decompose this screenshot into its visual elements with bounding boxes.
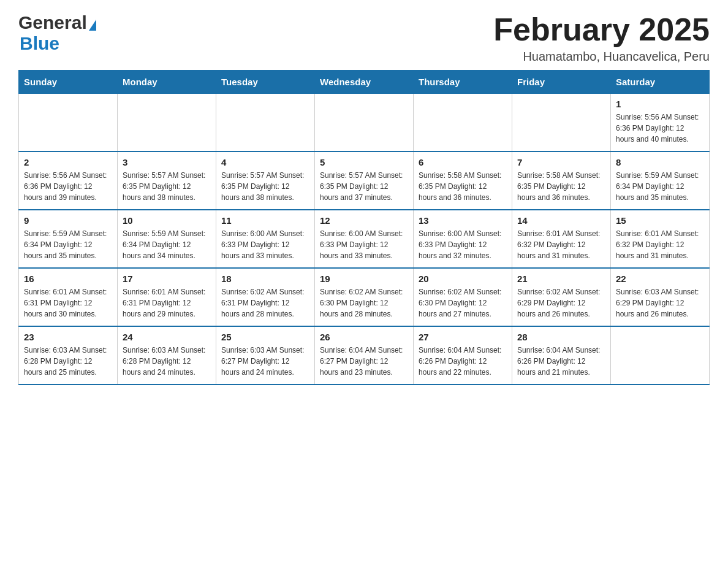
day-info: Sunrise: 6:02 AM Sunset: 6:29 PM Dayligh… xyxy=(517,286,605,320)
calendar-title-area: February 2025 Huamatambo, Huancavelica, … xyxy=(493,12,710,64)
day-number: 25 xyxy=(221,332,309,342)
day-number: 11 xyxy=(221,215,309,226)
month-title: February 2025 xyxy=(493,12,710,47)
day-info: Sunrise: 6:00 AM Sunset: 6:33 PM Dayligh… xyxy=(320,228,408,261)
calendar-cell: 1Sunrise: 5:56 AM Sunset: 6:36 PM Daylig… xyxy=(611,94,710,152)
calendar-cell: 24Sunrise: 6:03 AM Sunset: 6:28 PM Dayli… xyxy=(118,326,216,385)
day-number: 8 xyxy=(616,157,704,167)
calendar-cell: 12Sunrise: 6:00 AM Sunset: 6:33 PM Dayli… xyxy=(315,210,414,268)
day-info: Sunrise: 6:04 AM Sunset: 6:26 PM Dayligh… xyxy=(517,345,605,378)
day-info: Sunrise: 6:01 AM Sunset: 6:32 PM Dayligh… xyxy=(616,228,704,261)
calendar-week-row: 23Sunrise: 6:03 AM Sunset: 6:28 PM Dayli… xyxy=(19,326,710,385)
calendar-cell xyxy=(315,94,414,152)
calendar-cell: 9Sunrise: 5:59 AM Sunset: 6:34 PM Daylig… xyxy=(19,210,118,268)
day-number: 21 xyxy=(517,274,605,284)
header-saturday: Saturday xyxy=(611,71,710,94)
calendar-cell: 19Sunrise: 6:02 AM Sunset: 6:30 PM Dayli… xyxy=(315,268,414,326)
calendar-cell xyxy=(414,94,512,152)
day-number: 16 xyxy=(24,274,112,284)
day-info: Sunrise: 6:03 AM Sunset: 6:28 PM Dayligh… xyxy=(123,345,211,378)
day-number: 20 xyxy=(419,274,507,284)
day-number: 6 xyxy=(419,157,507,167)
calendar-cell: 21Sunrise: 6:02 AM Sunset: 6:29 PM Dayli… xyxy=(512,268,611,326)
day-number: 13 xyxy=(419,215,507,226)
day-number: 14 xyxy=(517,215,605,226)
day-number: 12 xyxy=(320,215,408,226)
calendar-cell: 23Sunrise: 6:03 AM Sunset: 6:28 PM Dayli… xyxy=(19,326,118,385)
day-number: 5 xyxy=(320,157,408,167)
calendar-cell: 3Sunrise: 5:57 AM Sunset: 6:35 PM Daylig… xyxy=(118,151,216,210)
calendar-cell: 10Sunrise: 5:59 AM Sunset: 6:34 PM Dayli… xyxy=(118,210,216,268)
day-number: 2 xyxy=(24,157,112,167)
day-info: Sunrise: 6:04 AM Sunset: 6:27 PM Dayligh… xyxy=(320,345,408,378)
calendar-cell: 8Sunrise: 5:59 AM Sunset: 6:34 PM Daylig… xyxy=(611,151,710,210)
calendar-cell: 6Sunrise: 5:58 AM Sunset: 6:35 PM Daylig… xyxy=(414,151,512,210)
day-info: Sunrise: 5:57 AM Sunset: 6:35 PM Dayligh… xyxy=(123,170,211,203)
logo-blue-text: Blue xyxy=(20,33,59,53)
header-friday: Friday xyxy=(512,71,611,94)
header-wednesday: Wednesday xyxy=(315,71,414,94)
logo-triangle-icon xyxy=(89,20,96,31)
calendar-cell xyxy=(19,94,118,152)
day-info: Sunrise: 6:03 AM Sunset: 6:29 PM Dayligh… xyxy=(616,286,704,320)
day-info: Sunrise: 5:59 AM Sunset: 6:34 PM Dayligh… xyxy=(123,228,211,261)
day-number: 27 xyxy=(419,332,507,342)
calendar-cell xyxy=(118,94,216,152)
day-info: Sunrise: 6:02 AM Sunset: 6:31 PM Dayligh… xyxy=(221,286,309,320)
calendar-cell: 4Sunrise: 5:57 AM Sunset: 6:35 PM Daylig… xyxy=(216,151,315,210)
calendar-cell xyxy=(611,326,710,385)
day-number: 7 xyxy=(517,157,605,167)
day-info: Sunrise: 6:01 AM Sunset: 6:31 PM Dayligh… xyxy=(123,286,211,320)
header-sunday: Sunday xyxy=(19,71,118,94)
day-info: Sunrise: 5:59 AM Sunset: 6:34 PM Dayligh… xyxy=(24,228,112,261)
calendar-cell: 27Sunrise: 6:04 AM Sunset: 6:26 PM Dayli… xyxy=(414,326,512,385)
day-info: Sunrise: 5:57 AM Sunset: 6:35 PM Dayligh… xyxy=(221,170,309,203)
calendar-cell: 18Sunrise: 6:02 AM Sunset: 6:31 PM Dayli… xyxy=(216,268,315,326)
day-info: Sunrise: 6:00 AM Sunset: 6:33 PM Dayligh… xyxy=(221,228,309,261)
calendar-cell: 2Sunrise: 5:56 AM Sunset: 6:36 PM Daylig… xyxy=(19,151,118,210)
calendar-table: Sunday Monday Tuesday Wednesday Thursday… xyxy=(18,70,710,385)
day-number: 15 xyxy=(616,215,704,226)
day-info: Sunrise: 6:01 AM Sunset: 6:31 PM Dayligh… xyxy=(24,286,112,320)
calendar-cell: 5Sunrise: 5:57 AM Sunset: 6:35 PM Daylig… xyxy=(315,151,414,210)
calendar-cell: 16Sunrise: 6:01 AM Sunset: 6:31 PM Dayli… xyxy=(19,268,118,326)
weekday-header-row: Sunday Monday Tuesday Wednesday Thursday… xyxy=(19,71,710,94)
calendar-cell: 22Sunrise: 6:03 AM Sunset: 6:29 PM Dayli… xyxy=(611,268,710,326)
day-number: 10 xyxy=(123,215,211,226)
day-info: Sunrise: 6:03 AM Sunset: 6:27 PM Dayligh… xyxy=(221,345,309,378)
calendar-cell: 11Sunrise: 6:00 AM Sunset: 6:33 PM Dayli… xyxy=(216,210,315,268)
day-number: 17 xyxy=(123,274,211,284)
header-tuesday: Tuesday xyxy=(216,71,315,94)
day-number: 23 xyxy=(24,332,112,342)
location-subtitle: Huamatambo, Huancavelica, Peru xyxy=(493,50,710,64)
day-info: Sunrise: 5:57 AM Sunset: 6:35 PM Dayligh… xyxy=(320,170,408,203)
day-number: 22 xyxy=(616,274,704,284)
header-monday: Monday xyxy=(118,71,216,94)
calendar-header: Sunday Monday Tuesday Wednesday Thursday… xyxy=(19,71,710,94)
day-info: Sunrise: 6:00 AM Sunset: 6:33 PM Dayligh… xyxy=(419,228,507,261)
day-number: 18 xyxy=(221,274,309,284)
calendar-week-row: 9Sunrise: 5:59 AM Sunset: 6:34 PM Daylig… xyxy=(19,210,710,268)
calendar-cell: 20Sunrise: 6:02 AM Sunset: 6:30 PM Dayli… xyxy=(414,268,512,326)
day-info: Sunrise: 6:04 AM Sunset: 6:26 PM Dayligh… xyxy=(419,345,507,378)
calendar-week-row: 2Sunrise: 5:56 AM Sunset: 6:36 PM Daylig… xyxy=(19,151,710,210)
day-number: 1 xyxy=(616,99,704,109)
calendar-cell: 17Sunrise: 6:01 AM Sunset: 6:31 PM Dayli… xyxy=(118,268,216,326)
calendar-cell xyxy=(216,94,315,152)
day-info: Sunrise: 6:02 AM Sunset: 6:30 PM Dayligh… xyxy=(419,286,507,320)
logo-general-text: General xyxy=(18,12,87,33)
day-info: Sunrise: 6:02 AM Sunset: 6:30 PM Dayligh… xyxy=(320,286,408,320)
calendar-cell: 25Sunrise: 6:03 AM Sunset: 6:27 PM Dayli… xyxy=(216,326,315,385)
calendar-cell: 26Sunrise: 6:04 AM Sunset: 6:27 PM Dayli… xyxy=(315,326,414,385)
calendar-cell: 13Sunrise: 6:00 AM Sunset: 6:33 PM Dayli… xyxy=(414,210,512,268)
day-info: Sunrise: 5:58 AM Sunset: 6:35 PM Dayligh… xyxy=(419,170,507,203)
header-thursday: Thursday xyxy=(414,71,512,94)
day-info: Sunrise: 5:56 AM Sunset: 6:36 PM Dayligh… xyxy=(616,112,704,145)
day-info: Sunrise: 5:58 AM Sunset: 6:35 PM Dayligh… xyxy=(517,170,605,203)
page-header: General Blue February 2025 Huamatambo, H… xyxy=(18,12,710,64)
day-info: Sunrise: 6:03 AM Sunset: 6:28 PM Dayligh… xyxy=(24,345,112,378)
calendar-week-row: 1Sunrise: 5:56 AM Sunset: 6:36 PM Daylig… xyxy=(19,94,710,152)
calendar-cell: 15Sunrise: 6:01 AM Sunset: 6:32 PM Dayli… xyxy=(611,210,710,268)
calendar-week-row: 16Sunrise: 6:01 AM Sunset: 6:31 PM Dayli… xyxy=(19,268,710,326)
logo: General Blue xyxy=(18,12,96,54)
